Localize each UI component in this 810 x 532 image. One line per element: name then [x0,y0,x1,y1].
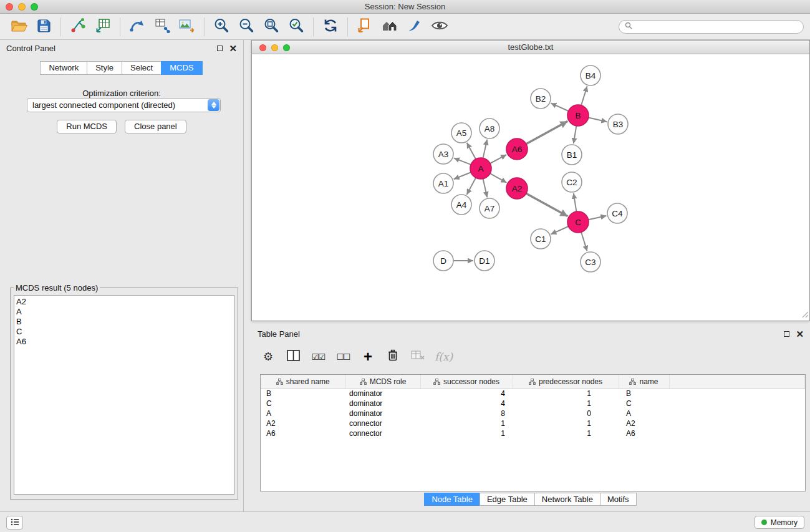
resize-grip-icon[interactable] [802,311,809,320]
column-header-mcds-role[interactable]: MCDS role [345,375,420,389]
memory-button[interactable]: Memory [755,516,804,529]
column-header-shared-name[interactable]: shared name [261,375,345,389]
save-session-button[interactable] [31,16,56,38]
cell[interactable]: dominator [345,409,420,418]
table-row-a[interactable]: Adominator80A [261,409,805,418]
search-input[interactable] [635,22,798,31]
graph-node-C4[interactable]: C4 [607,203,627,223]
cell[interactable]: 4 [420,399,513,409]
graph-node-D[interactable]: D [433,251,453,271]
first-neighbors-button[interactable] [352,16,377,38]
graph-node-B4[interactable]: B4 [581,65,600,85]
close-window-button[interactable] [6,3,13,11]
graph-node-A4[interactable]: A4 [451,195,471,215]
cell[interactable]: connector [345,418,420,428]
graph-edge-A-A6[interactable] [490,155,506,163]
graph-edge-A-A8[interactable] [483,140,488,158]
cell[interactable]: dominator [345,399,420,409]
graph-edge-C-C4[interactable] [589,216,607,220]
result-item-b[interactable]: B [16,317,234,327]
export-table-button[interactable] [150,16,175,38]
column-header-name[interactable]: name [619,375,669,389]
graph-node-C2[interactable]: C2 [562,172,582,192]
open-session-button[interactable] [6,16,31,38]
tab-node-table[interactable]: Node Table [424,493,480,506]
result-item-a2[interactable]: A2 [16,297,234,307]
import-network-button[interactable] [65,16,90,38]
graph-node-B2[interactable]: B2 [531,89,551,109]
cell[interactable]: A6 [261,428,345,438]
cell[interactable]: dominator [345,389,420,399]
float-panel-icon[interactable] [217,46,223,51]
result-item-a6[interactable]: A6 [16,337,234,347]
graph-edge-A2-C[interactable] [526,193,568,216]
graph-edge-C-C2[interactable] [574,193,577,211]
result-item-a[interactable]: A [16,307,234,317]
graphics-details-button[interactable] [427,16,452,38]
optimization-criterion-dropdown[interactable]: largest connected component (directed) [27,98,221,112]
cell[interactable]: 8 [420,409,513,418]
cell[interactable]: C [261,399,345,409]
cell[interactable]: A [619,409,669,418]
table-row-b[interactable]: Bdominator41B [261,389,805,399]
graph-edge-A-A5[interactable] [467,143,476,159]
cell[interactable]: connector [345,428,420,438]
task-history-button[interactable] [6,516,23,530]
graph-node-A[interactable]: A [470,158,491,179]
graph-edge-A-A3[interactable] [454,158,471,165]
graph-node-A5[interactable]: A5 [451,123,471,143]
graph-node-A1[interactable]: A1 [433,173,453,193]
cell[interactable]: B [619,389,669,399]
graph-edge-A-A2[interactable] [490,173,507,183]
graph-node-A6[interactable]: A6 [506,138,528,160]
export-image-button[interactable] [175,16,200,38]
function-builder-button[interactable]: f(x) [435,348,453,365]
clear-table-button[interactable] [410,348,426,365]
table-row-a6[interactable]: A6connector11A6 [261,428,805,438]
graph-node-C3[interactable]: C3 [581,252,600,272]
graph-edge-B-B1[interactable] [574,126,577,143]
zoom-fit-button[interactable] [259,16,284,38]
column-header-predecessor-nodes[interactable]: predecessor nodes [513,375,619,389]
graph-edge-B-B3[interactable] [589,118,607,122]
graph-node-A8[interactable]: A8 [480,118,499,138]
graph-edge-A6-B[interactable] [526,121,568,144]
tab-select[interactable]: Select [122,61,162,75]
graph-edge-C-C3[interactable] [581,232,587,251]
graph-edge-C-C1[interactable] [551,226,568,235]
tab-mcds[interactable]: MCDS [161,61,202,75]
home-button[interactable] [377,16,402,38]
graph-edge-A-A7[interactable] [483,179,488,198]
cell[interactable]: 1 [513,418,619,428]
graph-node-C1[interactable]: C1 [531,229,551,249]
network-canvas[interactable]: B4B2BB3A8A5A6A3B1AC2A1A2A4A7C4CC1DD1C3 [252,54,809,321]
minimize-window-button[interactable] [18,3,26,11]
cell[interactable]: A6 [619,428,669,438]
run-mcds-button[interactable]: Run MCDS [57,120,117,133]
tab-style[interactable]: Style [87,61,122,75]
cell[interactable]: 1 [420,418,513,428]
maximize-window-button[interactable] [31,3,38,11]
clear-all-columns-button[interactable]: ☐☐ [335,348,351,365]
network-minimize-button[interactable] [271,44,278,51]
add-column-button[interactable]: + [360,348,376,365]
graph-node-A7[interactable]: A7 [480,198,499,218]
graph-node-A2[interactable]: A2 [506,178,528,199]
zoom-out-button[interactable] [234,16,259,38]
result-item-c[interactable]: C [16,327,234,337]
cell[interactable]: 4 [420,389,513,399]
tab-network[interactable]: Network [40,61,87,75]
graph-edge-A-A1[interactable] [454,172,471,179]
tab-edge-table[interactable]: Edge Table [480,493,535,506]
cell[interactable]: 1 [513,399,619,409]
cell[interactable]: A [261,409,345,418]
cell[interactable]: 0 [513,409,619,418]
import-table-button[interactable] [90,16,115,38]
close-panel-button[interactable]: Close panel [125,120,186,133]
apply-layout-button[interactable] [318,16,343,38]
select-all-columns-button[interactable]: ☑☑ [310,348,326,365]
cell[interactable]: B [261,389,345,399]
search-field[interactable] [619,20,804,34]
graph-node-D1[interactable]: D1 [475,251,494,271]
table-row-a2[interactable]: A2connector11A2 [261,418,805,428]
